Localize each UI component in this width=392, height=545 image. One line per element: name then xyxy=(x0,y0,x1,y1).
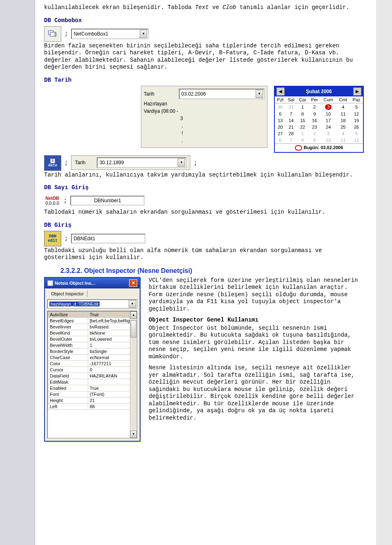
calendar-prev-icon[interactable]: ◀ xyxy=(276,87,285,96)
calendar-day-cell[interactable]: 24 xyxy=(321,124,336,130)
date-bottom-field[interactable]: 30.12.1899 ▼ xyxy=(97,157,187,168)
semicolon-2: ; xyxy=(65,160,68,166)
property-row[interactable]: BevelKindbkNone xyxy=(48,330,137,336)
calendar-day-cell[interactable]: 12 xyxy=(350,137,363,144)
property-row[interactable]: DataFieldHAZIRLAYAN xyxy=(48,373,137,379)
calendar-day-cell[interactable]: 3 xyxy=(321,130,336,137)
calendar-day-cell[interactable]: 16 xyxy=(309,117,321,124)
calendar-day-cell[interactable]: 5 xyxy=(350,103,363,111)
calendar-day-cell[interactable]: 9 xyxy=(309,111,321,117)
property-row[interactable]: EnabledTrue xyxy=(48,385,137,391)
property-value-cell[interactable]: HAZIRLAYAN xyxy=(88,373,136,379)
dbnedit-input[interactable] xyxy=(71,234,145,243)
calendar-day-cell[interactable]: 14 xyxy=(286,117,297,124)
scroll-thumb[interactable] xyxy=(131,320,136,337)
dropdown-arrow-icon[interactable]: ▼ xyxy=(140,30,147,38)
calendar-today-row[interactable]: Bugün: 03.02.2006 xyxy=(275,143,363,152)
calendar-day-cell[interactable]: 5 xyxy=(350,130,363,137)
calendar-day-cell[interactable]: 22 xyxy=(296,124,309,130)
property-value-cell[interactable]: True xyxy=(88,385,136,391)
close-icon[interactable]: ✕ xyxy=(129,279,137,287)
calendar-day-cell[interactable]: 12 xyxy=(350,111,363,117)
calendar-day-cell[interactable]: 1 xyxy=(296,130,309,137)
dropdown-arrow-icon[interactable]: ▼ xyxy=(256,90,263,98)
calendar-day-cell[interactable]: 20 xyxy=(275,124,286,130)
property-row[interactable]: AutoSizeTrue xyxy=(48,311,137,317)
calendar-day-cell[interactable]: 11 xyxy=(336,137,350,144)
property-row[interactable]: BevelInnerbvRaised xyxy=(48,324,137,330)
calendar-day-cell[interactable]: 7 xyxy=(286,111,297,117)
property-value-cell[interactable]: 0 xyxy=(88,366,136,373)
property-value-cell[interactable]: bvRaised xyxy=(88,324,136,330)
property-value-cell[interactable]: bvLowered xyxy=(88,336,136,342)
property-name-cell: DataField xyxy=(48,373,88,379)
scroll-down-icon[interactable]: ▼ xyxy=(130,431,137,438)
property-row[interactable]: CharCaseecNormal xyxy=(48,354,137,360)
calendar-next-icon[interactable]: ▶ xyxy=(353,87,361,96)
property-value-cell[interactable]: bkNone xyxy=(88,330,136,336)
calendar-day-cell[interactable]: 10 xyxy=(321,137,336,144)
dbnumber-input[interactable] xyxy=(70,196,145,205)
property-row[interactable]: BevelEdges[beLeft,beTop,beRig xyxy=(48,317,137,324)
calendar-day-cell[interactable]: 2 xyxy=(309,130,321,137)
calendar-day-cell[interactable]: 31 xyxy=(286,103,297,111)
property-row[interactable]: Cursor0 xyxy=(48,366,137,373)
property-row[interactable]: BorderStylebsSingle xyxy=(48,348,137,354)
calendar-day-cell[interactable]: 18 xyxy=(336,117,350,124)
calendar-popup[interactable]: ◀ Şubat 2006 ▶ PztSalÇarPerCumCmtPaz 303… xyxy=(274,86,364,153)
calendar-day-cell[interactable]: 15 xyxy=(296,117,309,124)
calendar-day-cell[interactable]: 13 xyxy=(275,117,286,124)
db-combobox-title: DB Combobox xyxy=(44,17,364,24)
calendar-day-cell[interactable]: 3 xyxy=(321,103,336,111)
property-value-cell[interactable]: True xyxy=(88,311,136,317)
calendar-day-cell[interactable]: 21 xyxy=(286,124,297,130)
property-value-cell[interactable]: 88 xyxy=(88,403,136,409)
calendar-day-cell[interactable]: 10 xyxy=(321,111,336,117)
calendar-day-cell[interactable]: 23 xyxy=(309,124,321,130)
property-value-cell[interactable]: (TFont) xyxy=(88,391,136,397)
calendar-day-cell[interactable]: 27 xyxy=(275,130,286,137)
calendar-day-cell[interactable]: 28 xyxy=(286,130,297,137)
calendar-day-cell[interactable]: 8 xyxy=(296,111,309,117)
property-value-cell[interactable]: [beLeft,beTop,beRig xyxy=(88,317,136,324)
property-row[interactable]: Color-16777211 xyxy=(48,360,137,366)
calendar-day-cell[interactable]: 1 xyxy=(296,103,309,111)
calendar-day-cell[interactable]: 19 xyxy=(350,117,363,124)
calendar-day-cell[interactable]: 7 xyxy=(286,137,297,144)
tarih-icon-row: X date ; Tarih 30.12.1899 ▼ ; xyxy=(44,155,364,171)
property-row[interactable]: Left88 xyxy=(48,403,137,409)
calendar-day-cell[interactable]: 6 xyxy=(275,111,286,117)
property-value-cell[interactable] xyxy=(88,379,136,385)
calendar-day-cell[interactable]: 9 xyxy=(309,137,321,144)
svg-rect-2 xyxy=(55,33,56,36)
property-value-cell[interactable]: ecNormal xyxy=(88,354,136,360)
calendar-day-cell[interactable]: 6 xyxy=(275,137,286,144)
calendar-day-cell[interactable]: 25 xyxy=(336,124,350,130)
date-top-field[interactable]: 03.02.2006 ▼ xyxy=(179,89,265,99)
property-row[interactable]: BevelWidth1 xyxy=(48,342,137,348)
dropdown-arrow-icon[interactable]: ▼ xyxy=(129,300,136,308)
calendar-day-cell[interactable]: 4 xyxy=(336,130,350,137)
scrollbar[interactable]: ▲ ▼ xyxy=(130,311,137,438)
calendar-day-cell[interactable]: 8 xyxy=(296,137,309,144)
property-value-cell[interactable]: 21 xyxy=(88,397,136,403)
property-value-cell[interactable]: -16777211 xyxy=(88,360,136,366)
calendar-day-cell[interactable]: 17 xyxy=(321,117,336,124)
property-row[interactable]: Font(TFont) xyxy=(48,391,137,397)
property-row[interactable]: EditMask xyxy=(48,379,137,385)
oi-property-grid[interactable]: AutoSizeTrueBevelEdges[beLeft,beTop,beRi… xyxy=(47,311,137,438)
calendar-day-cell[interactable]: 11 xyxy=(336,111,350,117)
combobox-field[interactable]: NetComboBox1 ▼ xyxy=(71,29,149,39)
property-row[interactable]: Height21 xyxy=(48,397,137,403)
calendar-day-cell[interactable]: 30 xyxy=(275,103,286,111)
property-value-cell[interactable]: bsSingle xyxy=(88,348,136,354)
tab-object-inspector[interactable]: Object Inspector xyxy=(47,290,87,297)
calendar-day-cell[interactable]: 4 xyxy=(336,103,350,111)
property-row[interactable]: BevelOuterbvLowered xyxy=(48,336,137,342)
dropdown-arrow-icon[interactable]: ▼ xyxy=(178,159,185,167)
property-value-cell[interactable]: 1 xyxy=(88,342,136,348)
calendar-day-cell[interactable]: 2 xyxy=(309,103,321,111)
oi-object-select[interactable]: hazirlayan_d :TDBNEdit ▼ xyxy=(47,299,137,308)
scroll-up-icon[interactable]: ▲ xyxy=(130,311,137,319)
calendar-day-cell[interactable]: 26 xyxy=(350,124,363,130)
